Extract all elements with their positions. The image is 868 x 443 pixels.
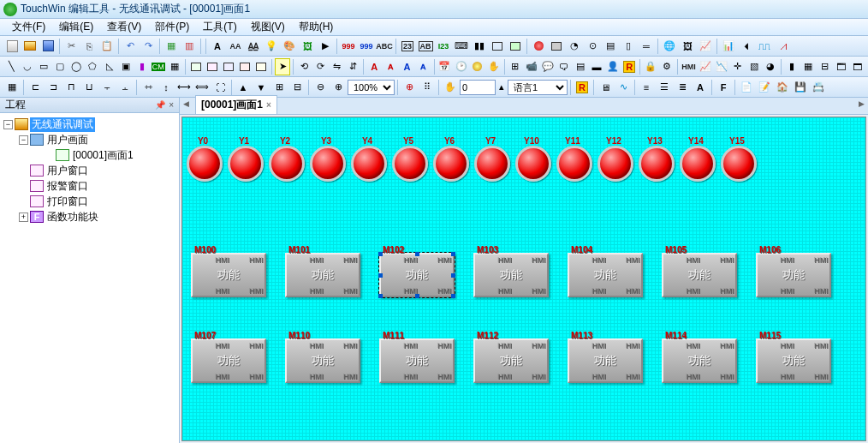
clock-icon[interactable]: 🕑 bbox=[453, 58, 468, 75]
align-r-icon[interactable]: ⊐ bbox=[45, 79, 62, 96]
text-al-c-icon[interactable]: ☰ bbox=[656, 79, 673, 96]
lamp-cell[interactable]: Y10 bbox=[513, 141, 554, 187]
same-wh-icon[interactable]: ⛶ bbox=[211, 79, 229, 96]
zoom-out-icon[interactable]: ⊖ bbox=[312, 79, 329, 96]
hmi-function-button[interactable]: M110HMIHMI功能HMIHMI bbox=[285, 338, 360, 383]
disk-icon[interactable]: 💾 bbox=[792, 79, 809, 96]
r2-icon[interactable]: R bbox=[574, 79, 591, 96]
btn-g3-icon[interactable] bbox=[221, 58, 236, 75]
align-t-icon[interactable]: ⊓ bbox=[62, 79, 80, 96]
text-a-button[interactable]: A bbox=[209, 38, 226, 55]
ab-box-icon[interactable]: AB bbox=[417, 38, 434, 55]
lamp-indicator[interactable] bbox=[597, 146, 633, 182]
gear-icon[interactable]: ⚙ bbox=[659, 58, 675, 75]
prop2-icon[interactable]: 📝 bbox=[756, 79, 773, 96]
flip-v-icon[interactable]: ⇵ bbox=[345, 58, 360, 75]
user-icon[interactable]: 👤 bbox=[605, 58, 621, 75]
grid-button[interactable]: ▦ bbox=[163, 38, 180, 55]
lamp-red-icon[interactable] bbox=[530, 38, 547, 55]
hmi-function-button[interactable]: M104HMIHMI功能HMIHMI bbox=[568, 253, 643, 297]
anim-icon[interactable]: ▶ bbox=[317, 38, 334, 55]
lamp-indicator[interactable] bbox=[680, 146, 716, 182]
btn-g4-icon[interactable] bbox=[237, 58, 253, 75]
redo-button[interactable]: ↷ bbox=[140, 38, 157, 55]
num999-blue-icon[interactable]: 999 bbox=[358, 38, 375, 55]
field2-icon[interactable] bbox=[507, 38, 524, 55]
polyline-icon[interactable]: ◺ bbox=[101, 58, 116, 75]
switch-icon[interactable]: ⊙ bbox=[584, 38, 601, 55]
lang-combo[interactable]: 语言1 bbox=[508, 80, 568, 95]
btn-gray-icon[interactable] bbox=[548, 38, 565, 55]
dist-v-icon[interactable]: ↕ bbox=[158, 79, 175, 96]
lamp-indicator[interactable] bbox=[310, 146, 346, 182]
image-icon[interactable]: 🖼 bbox=[299, 38, 316, 55]
selection-handle[interactable] bbox=[378, 294, 383, 298]
lamp-indicator[interactable] bbox=[187, 146, 223, 182]
btn-g2-icon[interactable] bbox=[205, 58, 220, 75]
lamp-cell[interactable]: Y15 bbox=[718, 141, 759, 187]
hmi-function-button[interactable]: M101HMIHMI功能HMIHMI bbox=[285, 253, 360, 297]
home-icon[interactable]: 🏠 bbox=[774, 79, 791, 96]
tree-print-win[interactable]: 打印窗口 bbox=[45, 195, 90, 209]
selection-handle[interactable] bbox=[415, 252, 419, 256]
tree-expand-func[interactable]: + bbox=[19, 213, 28, 222]
tab-screen1[interactable]: [00001]画面1 × bbox=[195, 95, 277, 114]
lamp-icon[interactable]: 💡 bbox=[263, 38, 280, 55]
zoom-combo[interactable]: 100% bbox=[348, 80, 395, 95]
menu-tools[interactable]: 工具(T) bbox=[196, 18, 243, 36]
rotate-l-icon[interactable]: ⟲ bbox=[296, 58, 312, 75]
spin-input[interactable] bbox=[460, 80, 496, 95]
tree-screen1[interactable]: [00001]画面1 bbox=[71, 148, 135, 163]
cal-icon[interactable]: 📅 bbox=[437, 58, 452, 75]
xy-icon[interactable]: ✛ bbox=[730, 58, 746, 75]
menu-file[interactable]: 文件(F) bbox=[5, 18, 52, 36]
align-cv-icon[interactable]: ⫠ bbox=[116, 79, 134, 96]
abc-icon[interactable]: ABC bbox=[376, 38, 393, 55]
spin-up-icon[interactable]: ▴ bbox=[496, 79, 507, 96]
dots-icon[interactable]: ⠿ bbox=[419, 79, 436, 96]
lamp-indicator[interactable] bbox=[228, 146, 264, 182]
hmi-function-button[interactable]: M113HMIHMI功能HMIHMI bbox=[568, 338, 643, 383]
f-letter-icon[interactable]: F bbox=[715, 79, 732, 96]
lamp-cell[interactable]: Y5 bbox=[389, 141, 431, 187]
msg2-icon[interactable]: 🗨 bbox=[556, 58, 572, 75]
hmi-function-button[interactable]: M114HMIHMI功能HMIHMI bbox=[662, 338, 737, 383]
rect-icon[interactable]: ▭ bbox=[36, 58, 51, 75]
selection-handle[interactable] bbox=[451, 294, 455, 298]
hmi-function-button[interactable]: M111HMIHMI功能HMIHMI bbox=[379, 338, 455, 383]
bar-icon[interactable]: ▮ bbox=[784, 58, 800, 75]
font-dec-icon[interactable]: ᴀ bbox=[383, 58, 398, 75]
wave-icon[interactable]: ∿ bbox=[615, 79, 632, 96]
tree-root[interactable]: 无线通讯调试 bbox=[30, 117, 95, 132]
zoom-in-icon[interactable]: ⊕ bbox=[330, 79, 347, 96]
tree-alarm-win[interactable]: 报警窗口 bbox=[45, 179, 90, 194]
grid2-icon[interactable]: ⊞ bbox=[508, 58, 523, 75]
tree-func-block[interactable]: 函数功能块 bbox=[45, 210, 100, 224]
lamp-indicator[interactable] bbox=[392, 146, 428, 182]
slider2-icon[interactable]: ═ bbox=[638, 38, 655, 55]
lamp-cell[interactable]: Y1 bbox=[225, 141, 266, 187]
font-dec2-icon[interactable]: ᴀ bbox=[415, 58, 431, 75]
pie-icon[interactable]: ◕ bbox=[763, 58, 778, 75]
fill-icon[interactable]: ▮ bbox=[134, 58, 150, 75]
lock-icon[interactable]: 🔒 bbox=[643, 58, 658, 75]
same-w-icon[interactable]: ⟷ bbox=[175, 79, 193, 96]
lamp-cell[interactable]: Y0 bbox=[184, 141, 225, 187]
hmi-function-button[interactable]: M103HMIHMI功能HMIHMI bbox=[473, 253, 549, 297]
lamp-indicator[interactable] bbox=[639, 146, 675, 182]
num23-icon[interactable]: 23 bbox=[399, 38, 416, 55]
hand-icon[interactable]: ✋ bbox=[486, 58, 502, 75]
hmi-icon[interactable]: HMI bbox=[681, 58, 697, 75]
tree-user-win[interactable]: 用户窗口 bbox=[45, 164, 90, 178]
line-icon[interactable]: ╲ bbox=[3, 58, 19, 75]
selection-handle[interactable] bbox=[415, 294, 419, 298]
list-icon[interactable]: ▤ bbox=[573, 58, 588, 75]
tree-expand-screens[interactable]: − bbox=[19, 135, 28, 145]
lamp-indicator[interactable] bbox=[515, 146, 551, 182]
sel-all-icon[interactable]: ▦ bbox=[3, 79, 21, 96]
save-button[interactable] bbox=[39, 38, 56, 55]
ellipse-icon[interactable]: ◯ bbox=[68, 58, 84, 75]
msg-icon[interactable]: 💬 bbox=[540, 58, 556, 75]
rrect-icon[interactable]: ▢ bbox=[52, 58, 68, 75]
menu-parts[interactable]: 部件(P) bbox=[148, 18, 196, 36]
